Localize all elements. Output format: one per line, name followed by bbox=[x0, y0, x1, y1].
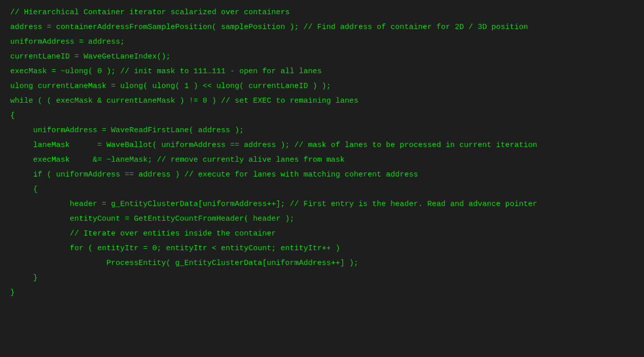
code-text: for ( entityItr = 0; entityItr < entityC… bbox=[10, 242, 340, 255]
code-text: while ( ( execMask & currentLaneMask ) !… bbox=[10, 94, 358, 108]
code-line-6: ulong currentLaneMask = ulong( ulong( 1 … bbox=[0, 79, 644, 94]
code-line-1: // Hierarchical Container iterator scala… bbox=[0, 5, 644, 20]
code-text: ulong currentLaneMask = ulong( ulong( 1 … bbox=[10, 79, 331, 93]
code-text: if ( uniformAddress == address ) // exec… bbox=[10, 168, 418, 182]
code-text: } bbox=[10, 286, 15, 300]
code-text: ProcessEntity( g_EntityClusterData[unifo… bbox=[10, 256, 358, 270]
code-text: } bbox=[10, 271, 38, 285]
code-line-11: execMask &= ~laneMask; // remove current… bbox=[0, 153, 644, 167]
code-text: uniformAddress = address; bbox=[10, 35, 125, 49]
code-line-17: for ( entityItr = 0; entityItr < entityC… bbox=[0, 241, 644, 256]
code-line-5: execMask = ~ulong( 0 ); // init mask to … bbox=[0, 64, 644, 79]
code-line-15: entityCount = GetEntityCountFromHeader( … bbox=[0, 212, 644, 226]
code-text: header = g_EntityClusterData[uniformAddr… bbox=[10, 197, 537, 211]
code-line-20: } bbox=[0, 285, 644, 300]
code-line-18: ProcessEntity( g_EntityClusterData[unifo… bbox=[0, 256, 644, 271]
code-line-9: uniformAddress = WaveReadFirstLane( addr… bbox=[0, 123, 644, 138]
code-line-14: header = g_EntityClusterData[uniformAddr… bbox=[0, 197, 644, 212]
code-text: address = containerAddressFromSamplePosi… bbox=[10, 20, 528, 34]
code-line-8: { bbox=[0, 108, 644, 123]
code-line-3: uniformAddress = address; bbox=[0, 35, 644, 49]
code-line-16: // Iterate over entities inside the cont… bbox=[0, 226, 644, 241]
code-line-2: address = containerAddressFromSamplePosi… bbox=[0, 20, 644, 35]
code-text: currentLaneID = WaveGetLaneIndex(); bbox=[10, 50, 171, 64]
code-line-12: if ( uniformAddress == address ) // exec… bbox=[0, 167, 644, 182]
code-editor: // Hierarchical Container iterator scala… bbox=[0, 0, 644, 357]
code-text: execMask = ~ulong( 0 ); // init mask to … bbox=[10, 65, 322, 78]
code-text: // Hierarchical Container iterator scala… bbox=[10, 6, 290, 19]
code-text: entityCount = GetEntityCountFromHeader( … bbox=[10, 212, 294, 226]
code-text: execMask &= ~laneMask; // remove current… bbox=[10, 153, 345, 167]
code-text: laneMask = WaveBallot( uniformAddress ==… bbox=[10, 138, 537, 152]
code-text: { bbox=[10, 109, 15, 123]
code-line-19: } bbox=[0, 271, 644, 285]
code-line-4: currentLaneID = WaveGetLaneIndex(); bbox=[0, 49, 644, 64]
code-text: uniformAddress = WaveReadFirstLane( addr… bbox=[10, 124, 244, 137]
code-line-10: laneMask = WaveBallot( uniformAddress ==… bbox=[0, 138, 644, 153]
code-text: { bbox=[10, 183, 38, 196]
code-line-7: while ( ( execMask & currentLaneMask ) !… bbox=[0, 94, 644, 108]
code-line-13: { bbox=[0, 182, 644, 197]
code-text: // Iterate over entities inside the cont… bbox=[10, 227, 276, 241]
